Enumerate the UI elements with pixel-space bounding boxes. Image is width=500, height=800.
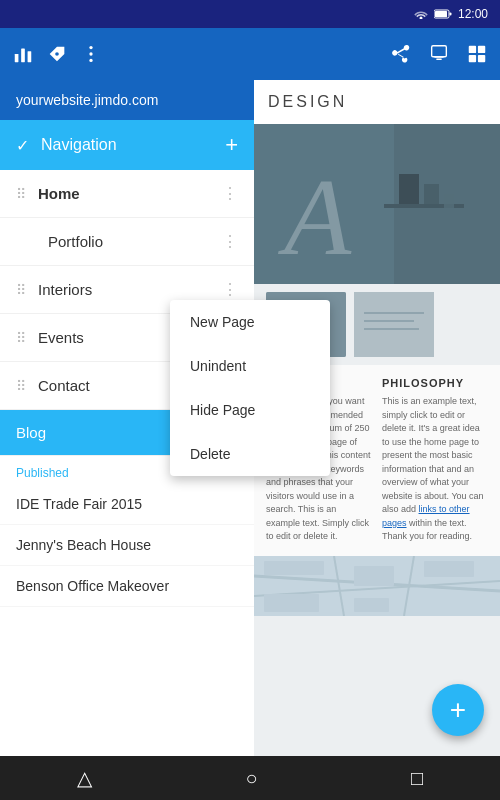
svg-rect-4 [21, 49, 25, 63]
hero-image: A [254, 124, 500, 284]
drag-handle-contact-icon [16, 379, 26, 393]
nav-item-home-label: Home [38, 185, 222, 202]
svg-rect-5 [28, 51, 32, 62]
tag-icon[interactable] [46, 43, 68, 65]
toolbar-right [390, 43, 488, 65]
bottom-nav: △ ○ □ [0, 756, 500, 800]
blog-post-3[interactable]: Benson Office Makeover [0, 566, 254, 607]
svg-point-7 [89, 52, 92, 55]
toolbar-left [12, 43, 102, 65]
status-bar: 12:00 [0, 0, 500, 28]
nav-item-interiors-label: Interiors [38, 281, 222, 298]
wifi-icon [414, 9, 428, 19]
svg-rect-28 [364, 328, 419, 330]
drag-handle-events-icon [16, 331, 26, 345]
svg-rect-20 [399, 174, 419, 204]
top-toolbar [0, 28, 500, 80]
svg-rect-36 [424, 561, 474, 577]
svg-rect-25 [354, 292, 434, 357]
preview-map [254, 556, 500, 616]
svg-rect-1 [435, 11, 447, 17]
svg-point-6 [89, 46, 92, 49]
context-menu: New Page Unindent Hide Page Delete [170, 300, 330, 476]
section-philosophy-title: PHILOSOPHY [382, 377, 488, 389]
nav-item-interiors-more-icon[interactable]: ⋮ [222, 280, 238, 299]
svg-rect-14 [469, 55, 476, 62]
svg-rect-13 [478, 46, 485, 53]
preview-hero: A [254, 124, 500, 284]
map-svg [254, 556, 500, 616]
svg-rect-26 [364, 312, 424, 314]
svg-text:A: A [277, 156, 352, 278]
context-menu-hide-page[interactable]: Hide Page [170, 388, 330, 432]
drag-handle-icon [16, 187, 26, 201]
preview-top-bar: DESIGN [254, 80, 500, 124]
thumbnail-2 [354, 292, 434, 357]
time-display: 12:00 [458, 7, 488, 21]
main-area: yourwebsite.jimdo.com ✓ Navigation + Hom… [0, 80, 500, 756]
nav-item-portfolio-more-icon[interactable]: ⋮ [222, 232, 238, 251]
recents-button[interactable]: □ [391, 759, 443, 798]
context-menu-new-page[interactable]: New Page [170, 300, 330, 344]
bar-chart-icon[interactable] [12, 43, 34, 65]
svg-rect-35 [354, 566, 394, 586]
svg-rect-21 [424, 184, 439, 208]
grid-icon[interactable] [466, 43, 488, 65]
context-menu-unindent[interactable]: Unindent [170, 344, 330, 388]
svg-rect-37 [264, 594, 319, 612]
svg-rect-34 [264, 561, 324, 575]
nav-header: ✓ Navigation + [0, 120, 254, 170]
svg-rect-10 [436, 59, 442, 60]
nav-checkmark-icon: ✓ [16, 136, 29, 155]
svg-rect-22 [444, 194, 454, 208]
fab-button[interactable]: + [432, 684, 484, 736]
drag-handle-interiors-icon [16, 283, 26, 297]
context-menu-delete[interactable]: Delete [170, 432, 330, 476]
svg-rect-27 [364, 320, 414, 322]
svg-rect-3 [15, 54, 19, 62]
nav-item-portfolio-label: Portfolio [48, 233, 222, 250]
share-icon[interactable] [390, 43, 412, 65]
sidebar-domain: yourwebsite.jimdo.com [0, 80, 254, 120]
nav-header-label: Navigation [41, 136, 117, 154]
home-button[interactable]: ○ [225, 759, 277, 798]
nav-header-left: ✓ Navigation [16, 136, 117, 155]
preview-section-philosophy: PHILOSOPHY This is an example text, simp… [382, 377, 488, 544]
blog-post-2[interactable]: Jenny's Beach House [0, 525, 254, 566]
battery-icon [434, 9, 452, 19]
section-philosophy-text: This is an example text, simply click to… [382, 395, 488, 544]
status-icons: 12:00 [414, 7, 488, 21]
svg-rect-11 [434, 57, 443, 58]
svg-point-8 [89, 59, 92, 62]
svg-rect-12 [469, 46, 476, 53]
hero-svg: A [254, 124, 500, 284]
nav-item-home[interactable]: Home ⋮ [0, 170, 254, 218]
svg-rect-2 [449, 13, 451, 16]
design-label: DESIGN [268, 93, 347, 111]
nav-item-portfolio[interactable]: Portfolio ⋮ [0, 218, 254, 266]
svg-rect-15 [478, 55, 485, 62]
device-icon[interactable] [428, 43, 450, 65]
svg-rect-38 [354, 598, 389, 612]
blog-post-1[interactable]: IDE Trade Fair 2015 [0, 484, 254, 525]
more-vert-icon[interactable] [80, 43, 102, 65]
nav-item-home-more-icon[interactable]: ⋮ [222, 184, 238, 203]
svg-rect-9 [432, 46, 447, 57]
back-button[interactable]: △ [57, 758, 112, 798]
add-nav-item-button[interactable]: + [225, 132, 238, 158]
